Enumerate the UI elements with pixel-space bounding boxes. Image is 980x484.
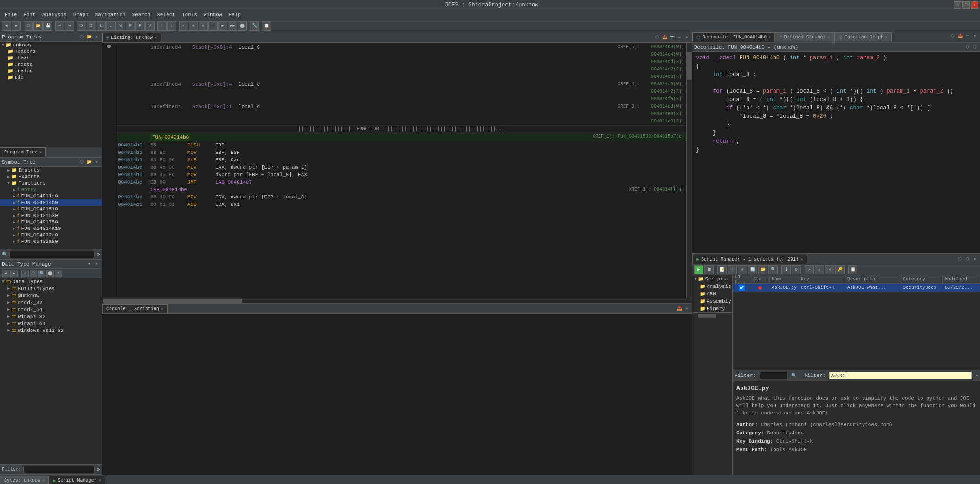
toolbar-btn-13[interactable]: F bbox=[126, 21, 135, 31]
tab-close-icon[interactable]: ✕ bbox=[800, 257, 803, 262]
sm-btn-13[interactable]: 📋 bbox=[848, 265, 858, 274]
dec-icon-2[interactable]: ⬡ bbox=[972, 44, 978, 51]
defined-strings-tab[interactable]: ≡ Defined Strings ✕ bbox=[775, 32, 834, 42]
sm-btn-7[interactable]: ℹ bbox=[781, 265, 791, 274]
menu-select[interactable]: Select bbox=[154, 12, 178, 18]
program-tree-icon-3[interactable]: ✕ bbox=[93, 34, 100, 40]
script-tree-item-analysis[interactable]: 📁 Analysis bbox=[692, 283, 732, 290]
tree-item-fun022a0[interactable]: ▶ f FUN_004022a0 bbox=[0, 232, 102, 238]
dtm-btn-6[interactable]: ⬤ bbox=[46, 270, 54, 277]
rp-icon-3[interactable]: ↔ bbox=[964, 32, 971, 39]
vscroll-thumb[interactable] bbox=[687, 52, 692, 80]
toolbar-btn-22[interactable]: ▶ bbox=[218, 21, 227, 31]
tab-close-icon[interactable]: ✕ bbox=[42, 478, 45, 483]
tree-item-reloc[interactable]: 📁 .reloc bbox=[0, 68, 102, 74]
bottom-tab-bytes[interactable]: Bytes: unknow ✕ bbox=[0, 476, 49, 484]
filter-btn[interactable]: ⚙ bbox=[97, 251, 100, 257]
menu-search[interactable]: Search bbox=[129, 12, 154, 18]
tab-close-icon[interactable]: ✕ bbox=[161, 306, 163, 312]
dtm-filter-input[interactable] bbox=[23, 466, 95, 473]
tree-item-winvs32[interactable]: ▶ 🗃 windows_vs12_32 bbox=[0, 327, 102, 334]
sm-icon-3[interactable]: ✕ bbox=[972, 256, 978, 262]
sm-btn-2[interactable]: ➕ bbox=[728, 265, 737, 274]
dtm-btn-7[interactable]: ≡ bbox=[55, 270, 62, 277]
rp-icon-4[interactable]: ✕ bbox=[972, 32, 978, 39]
col-status[interactable]: Sta... bbox=[751, 275, 770, 283]
tree-item-headers[interactable]: 📁 Headers bbox=[0, 48, 102, 55]
toolbar-btn-17[interactable]: ↓ bbox=[167, 21, 176, 31]
listing-hscroll[interactable] bbox=[102, 298, 692, 303]
decompile-content[interactable]: void __cdecl FUN_004014b0 ( int * param_… bbox=[692, 52, 980, 253]
tree-item-fun01510[interactable]: ▶ f FUN_00401510 bbox=[0, 206, 102, 212]
toolbar-btn-6[interactable]: ↩ bbox=[55, 21, 64, 31]
minimize-button[interactable]: — bbox=[954, 1, 961, 9]
tree-item-tdb[interactable]: 📁 tdb bbox=[0, 74, 102, 81]
script-filter-input-2[interactable] bbox=[829, 372, 972, 379]
menu-help[interactable]: Help bbox=[226, 12, 244, 18]
listing-icon-5[interactable]: ✕ bbox=[683, 34, 690, 41]
tree-item-unknow[interactable]: ▼ 📁 unknow bbox=[0, 42, 102, 48]
listing-content[interactable]: undefined4 Stack[-0x8]:4 local_8 XREF[5]… bbox=[116, 43, 686, 298]
dec-icon-1[interactable]: ⬡ bbox=[964, 44, 971, 51]
col-cat[interactable]: Category bbox=[901, 275, 943, 283]
sm-btn-4[interactable]: 🔄 bbox=[748, 265, 757, 274]
toolbar-btn-7[interactable]: ↪ bbox=[65, 21, 74, 31]
hscroll-thumb[interactable] bbox=[103, 299, 242, 303]
tree-item-ntddk32[interactable]: ▶ 🗃 ntddk_32 bbox=[0, 299, 102, 306]
listing-icon-3[interactable]: 📷 bbox=[669, 34, 675, 41]
col-desc[interactable]: Description bbox=[845, 275, 901, 283]
console-content[interactable] bbox=[102, 314, 692, 475]
script-manager-tab[interactable]: ▶ Script Manager - 1 scripts (of 291) ✕ bbox=[692, 255, 807, 264]
menu-window[interactable]: Window bbox=[201, 12, 225, 18]
dtm-icon-2[interactable]: ✕ bbox=[93, 261, 100, 267]
sm-btn-11[interactable]: ✕ bbox=[825, 265, 834, 274]
symbol-tree-filter-input[interactable] bbox=[9, 251, 95, 258]
function-graph-tab[interactable]: ⬡ Function Graph ✕ bbox=[834, 32, 892, 42]
tree-item-entry[interactable]: ▶ f entry bbox=[0, 186, 102, 193]
maximize-button[interactable]: □ bbox=[962, 1, 970, 9]
toolbar-btn-11[interactable]: L bbox=[106, 21, 116, 31]
dtm-btn-2[interactable]: ▶ bbox=[10, 270, 18, 277]
tree-item-winapi32[interactable]: ▶ 🗃 winapi_32 bbox=[0, 313, 102, 320]
toolbar-btn-16[interactable]: ↑ bbox=[157, 21, 167, 31]
toolbar-btn-19[interactable]: ⊕ bbox=[189, 21, 198, 31]
listing-icon-1[interactable]: ⬡ bbox=[654, 34, 660, 41]
menu-analysis[interactable]: Analysis bbox=[39, 12, 70, 18]
tree-item-text[interactable]: 📁 .text bbox=[0, 55, 102, 61]
toolbar-btn-15[interactable]: V bbox=[145, 21, 155, 31]
tab-program-tree[interactable]: Program Tree ✕ bbox=[0, 147, 46, 157]
sym-tree-icon-1[interactable]: ⬡ bbox=[78, 159, 85, 166]
sm-icon-1[interactable]: ⬡ bbox=[957, 256, 963, 262]
script-tree-item-arm[interactable]: 📁 ARM bbox=[692, 290, 732, 298]
tree-item-builtintypes[interactable]: ▶ 🗃 BuiltInTypes bbox=[0, 285, 102, 292]
toolbar-btn-23[interactable]: ▶▶ bbox=[228, 21, 237, 31]
toolbar-btn-9[interactable]: I bbox=[87, 21, 96, 31]
script-tree-item-binary[interactable]: 📁 Binary bbox=[692, 305, 732, 312]
col-name[interactable]: Name bbox=[770, 275, 799, 283]
menu-tools[interactable]: Tools bbox=[179, 12, 200, 18]
listing-tab[interactable]: ≡ Listing: unknow ✕ bbox=[102, 33, 161, 42]
tree-item-unknow-dt[interactable]: ▶ 🗃 @unknow bbox=[0, 292, 102, 299]
console-tab[interactable]: Console - Scripting ✕ bbox=[102, 304, 168, 313]
menu-file[interactable]: File bbox=[2, 12, 19, 18]
tab-close-icon[interactable]: ✕ bbox=[98, 478, 101, 483]
filter-clear-icon[interactable]: ✕ bbox=[975, 373, 978, 378]
tree-item-fun01530[interactable]: ▶ f FUN_00401530 bbox=[0, 212, 102, 219]
script-tree-item-scripts[interactable]: ▼ 📁 Scripts bbox=[692, 275, 732, 283]
dtm-btn-5[interactable]: 🔍 bbox=[38, 270, 45, 277]
script-filter-input-1[interactable] bbox=[760, 372, 787, 379]
tree-item-fun011d0[interactable]: ▶ f FUN_004011d0 bbox=[0, 193, 102, 199]
program-tree-icon-2[interactable]: 📂 bbox=[86, 34, 92, 40]
toolbar-btn-4[interactable]: 📂 bbox=[33, 21, 43, 31]
tree-item-functions[interactable]: ▼ 📁 Functions bbox=[0, 180, 102, 186]
col-mod[interactable]: Modified bbox=[943, 275, 980, 283]
sym-tree-icon-2[interactable]: 📂 bbox=[86, 159, 92, 166]
col-key[interactable]: Key bbox=[799, 275, 845, 283]
listing-icon-2[interactable]: 📤 bbox=[661, 34, 668, 41]
toolbar-btn-2[interactable]: ▶ bbox=[12, 21, 21, 31]
tab-close-icon[interactable]: ✕ bbox=[885, 35, 888, 40]
tree-item-fun02a80[interactable]: ▶ f FUN_00402a80 bbox=[0, 238, 102, 245]
script-row-askjoe[interactable]: AskJOE.py Ctrl-Shift-K AskJOE what... Se… bbox=[733, 284, 980, 292]
toolbar-btn-25[interactable]: 🔧 bbox=[250, 21, 259, 31]
tab-close-icon[interactable]: ✕ bbox=[827, 35, 830, 40]
